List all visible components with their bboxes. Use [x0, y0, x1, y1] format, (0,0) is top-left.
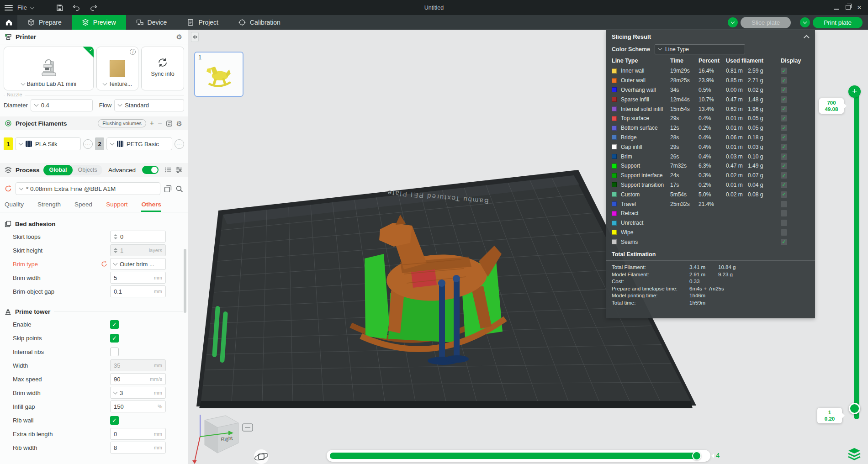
flow-select[interactable]: Standard	[114, 99, 184, 111]
sync-info-button[interactable]: Sync info	[141, 47, 184, 90]
filament-1-options-button[interactable]: ···	[83, 139, 93, 149]
plate-handle-icon[interactable]	[243, 424, 253, 431]
tab-prepare[interactable]: Prepare	[17, 15, 72, 30]
step-slider-handle[interactable]	[692, 451, 701, 460]
filament-2-options-button[interactable]: ···	[175, 139, 184, 149]
layers-icon[interactable]	[847, 448, 861, 460]
display-checkbox[interactable]: ✓	[781, 163, 787, 169]
panel-collapse-chevron-icon[interactable]	[804, 35, 810, 41]
undo-button[interactable]	[73, 5, 80, 11]
display-checkbox[interactable]: ✓	[781, 115, 787, 121]
layer-slider-top-handle[interactable]: +	[848, 85, 861, 98]
reset-icon[interactable]	[101, 261, 107, 267]
global-objects-toggle[interactable]: Global Objects	[43, 165, 102, 175]
text-input[interactable]: 0mm	[110, 428, 166, 440]
tab-project[interactable]: Project	[177, 15, 228, 30]
display-checkbox[interactable]: ✓	[781, 172, 787, 179]
layer-slider-bottom-handle[interactable]	[849, 403, 860, 414]
view-cube[interactable]: Right	[192, 415, 238, 464]
spinner-input[interactable]: 1layers	[110, 244, 166, 256]
filament-sync-icon[interactable]	[166, 120, 173, 127]
display-checkbox[interactable]: ✓	[781, 96, 787, 103]
filter-icon[interactable]	[175, 167, 182, 173]
filament-2-badge[interactable]: 2	[95, 137, 104, 150]
objects-toggle-off[interactable]: Objects	[73, 167, 102, 173]
checkbox-checked[interactable]: ✓	[110, 334, 119, 343]
home-button[interactable]	[0, 15, 17, 30]
layer-slider-track[interactable]	[854, 91, 859, 419]
setting-tab[interactable]: Strength	[37, 201, 61, 212]
setting-tab[interactable]: Others	[141, 201, 161, 212]
advanced-toggle[interactable]	[142, 166, 159, 174]
nozzle-diameter-select[interactable]: 0.4	[31, 99, 93, 111]
sidebar-collapse-handle[interactable]	[191, 32, 199, 42]
color-scheme-select[interactable]: Line Type	[655, 44, 745, 54]
checkbox-unchecked[interactable]	[110, 348, 119, 356]
remove-filament-button[interactable]: −	[158, 120, 162, 127]
spinner-arrows-icon[interactable]	[114, 248, 117, 253]
search-icon[interactable]	[175, 185, 183, 193]
display-checkbox[interactable]: ✓	[781, 239, 787, 245]
tab-device[interactable]: Device	[126, 15, 177, 30]
spinner-input[interactable]: 0	[110, 231, 166, 243]
print-plate-button[interactable]: Print plate	[813, 17, 863, 28]
display-checkbox[interactable]: ✓	[781, 182, 787, 188]
sidebar-scrollbar[interactable]	[184, 249, 186, 313]
file-menu-chevron-icon[interactable]	[30, 5, 35, 9]
display-checkbox[interactable]: ✓	[781, 153, 787, 160]
plate-info-icon[interactable]: i	[130, 49, 136, 55]
setting-tab[interactable]: Quality	[5, 201, 24, 212]
printer-select-chevron-icon[interactable]	[21, 81, 25, 86]
build-plate-card[interactable]: i Texture...	[96, 47, 138, 90]
display-checkbox[interactable]: ✓	[781, 125, 787, 131]
text-input[interactable]: 150%	[110, 401, 166, 412]
checkbox-checked[interactable]: ✓	[110, 320, 119, 329]
select-input[interactable]: 3mm	[110, 387, 166, 399]
display-checkbox[interactable]	[781, 201, 787, 207]
display-checkbox[interactable]	[781, 220, 787, 226]
select-input[interactable]: Outer brim ...	[110, 258, 166, 270]
display-checkbox[interactable]: ✓	[781, 68, 787, 74]
display-checkbox[interactable]: ✓	[781, 77, 787, 84]
filament-1-badge[interactable]: 1	[4, 137, 13, 150]
text-input[interactable]: 35mm	[110, 359, 166, 371]
display-checkbox[interactable]: ✓	[781, 191, 787, 198]
minimize-button[interactable]	[834, 4, 839, 11]
hamburger-menu-icon[interactable]	[5, 5, 13, 11]
display-checkbox[interactable]: ✓	[781, 87, 787, 93]
viewport-3d[interactable]: Bambu Textured PEI Plate	[189, 30, 868, 464]
add-filament-button[interactable]: +	[150, 120, 154, 127]
display-checkbox[interactable]	[781, 229, 787, 236]
close-button[interactable]: ×	[857, 5, 862, 11]
objects-list-icon[interactable]	[165, 167, 172, 173]
checkbox-checked[interactable]: ✓	[110, 416, 119, 425]
spinner-arrows-icon[interactable]	[114, 234, 117, 239]
preset-reset-icon[interactable]	[5, 185, 12, 192]
text-input[interactable]: 90mm/s	[110, 373, 166, 385]
filament-2-select[interactable]: PETG Basic	[106, 137, 172, 150]
orbit-icon[interactable]	[254, 449, 269, 464]
display-checkbox[interactable]: ✓	[781, 134, 787, 141]
file-menu[interactable]: File	[17, 4, 27, 11]
save-preset-icon[interactable]	[164, 185, 172, 193]
text-input[interactable]: 0.1mm	[110, 285, 166, 297]
redo-button[interactable]	[90, 5, 97, 11]
filament-1-select[interactable]: PLA Silk	[15, 137, 81, 150]
printer-card[interactable]: ✓ Bambu Lab A1 mini	[4, 47, 94, 90]
filament-settings-gear-icon[interactable]: ⚙	[176, 120, 182, 127]
maximize-button[interactable]	[846, 4, 851, 11]
text-input[interactable]: 8mm	[110, 442, 166, 453]
display-checkbox[interactable]: ✓	[781, 144, 787, 150]
display-checkbox[interactable]	[781, 210, 787, 216]
slice-plate-button[interactable]: Slice plate	[741, 17, 791, 28]
plate-select-chevron-icon[interactable]	[102, 81, 107, 86]
global-toggle-on[interactable]: Global	[43, 165, 73, 175]
print-options-chevron[interactable]	[800, 17, 810, 27]
display-checkbox[interactable]: ✓	[781, 106, 787, 112]
text-input[interactable]: 5mm	[110, 272, 166, 284]
flushing-volumes-button[interactable]: Flushing volumes	[98, 119, 146, 127]
setting-tab[interactable]: Support	[106, 201, 127, 212]
process-preset-select[interactable]: * 0.08mm Extra Fine @BBL A1M	[16, 182, 160, 195]
slice-options-chevron[interactable]	[728, 17, 738, 27]
plate-thumbnail[interactable]: 1	[194, 52, 243, 97]
